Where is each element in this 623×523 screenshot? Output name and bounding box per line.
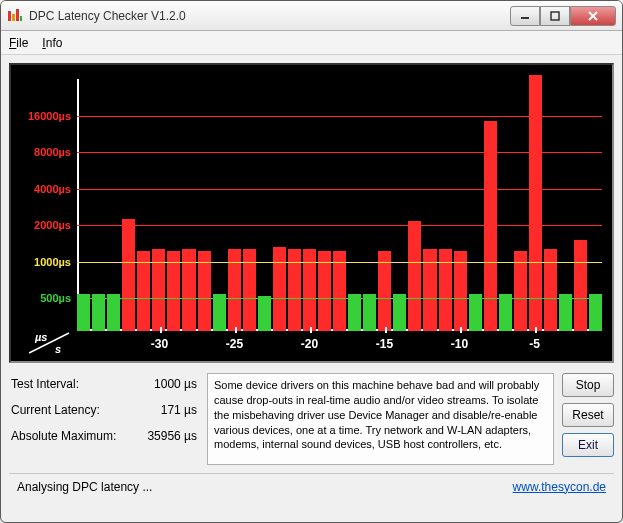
latency-bar: [363, 294, 376, 331]
stat-interval: Test Interval: 1000 µs: [11, 377, 197, 391]
latency-bar: [122, 219, 135, 331]
vendor-link[interactable]: www.thesycon.de: [513, 480, 606, 494]
latency-bar: [92, 294, 105, 331]
x-tick-label: -30: [151, 337, 168, 351]
latency-bar: [348, 294, 361, 331]
stat-interval-value: 1000 µs: [121, 377, 197, 391]
stat-max-value: 35956 µs: [121, 429, 197, 443]
x-tick-label: -15: [376, 337, 393, 351]
latency-bar: [499, 294, 512, 331]
gridline: [77, 225, 602, 226]
chart-plot-area: [77, 79, 602, 331]
latency-bar: [393, 294, 406, 331]
latency-bar: [408, 221, 421, 331]
stats-panel: Test Interval: 1000 µs Current Latency: …: [9, 373, 199, 465]
menubar: File Info: [1, 31, 622, 55]
x-tick-container: -30-25-20-15-10-5: [77, 333, 602, 357]
maximize-button[interactable]: [540, 6, 570, 26]
x-tick-mark: [385, 327, 387, 333]
latency-bar: [529, 75, 542, 331]
reset-button[interactable]: Reset: [562, 403, 614, 427]
stop-button[interactable]: Stop: [562, 373, 614, 397]
gridline: [77, 189, 602, 190]
svg-rect-1: [12, 14, 15, 21]
y-tick-label: 2000µs: [34, 219, 71, 231]
lower-panel: Test Interval: 1000 µs Current Latency: …: [9, 373, 614, 465]
svg-rect-3: [20, 16, 22, 21]
stat-current-label: Current Latency:: [11, 403, 121, 417]
x-tick-mark: [535, 327, 537, 333]
gridline: [77, 262, 602, 263]
latency-bar: [107, 294, 120, 331]
y-tick-label: 500µs: [40, 292, 71, 304]
button-column: Stop Reset Exit: [562, 373, 614, 465]
window-buttons: [510, 6, 616, 26]
stat-current-value: 171 µs: [121, 403, 197, 417]
latency-bar: [559, 294, 572, 331]
stat-max-label: Absolute Maximum:: [11, 429, 121, 443]
x-tick-mark: [160, 327, 162, 333]
gridline: [77, 152, 602, 153]
stat-current: Current Latency: 171 µs: [11, 403, 197, 417]
latency-bar: [273, 247, 286, 331]
latency-bar: [574, 240, 587, 331]
y-tick-label: 1000µs: [34, 256, 71, 268]
exit-button[interactable]: Exit: [562, 433, 614, 457]
svg-rect-5: [551, 12, 559, 20]
app-window: DPC Latency Checker V1.2.0 File Info -30…: [0, 0, 623, 523]
gridline: [77, 298, 602, 299]
svg-text:s: s: [55, 343, 61, 355]
message-box: Some device drivers on this machine beha…: [207, 373, 554, 465]
axis-unit-corner: µs s: [25, 329, 73, 357]
latency-bar: [589, 294, 602, 331]
latency-bar: [213, 294, 226, 331]
y-tick-label: 8000µs: [34, 146, 71, 158]
x-tick-label: -25: [226, 337, 243, 351]
stat-interval-label: Test Interval:: [11, 377, 121, 391]
svg-rect-0: [8, 11, 11, 21]
stat-max: Absolute Maximum: 35956 µs: [11, 429, 197, 443]
window-title: DPC Latency Checker V1.2.0: [29, 9, 510, 23]
x-tick-label: -20: [301, 337, 318, 351]
x-tick-label: -5: [529, 337, 540, 351]
x-tick-mark: [235, 327, 237, 333]
titlebar[interactable]: DPC Latency Checker V1.2.0: [1, 1, 622, 31]
gridline: [77, 116, 602, 117]
statusbar: Analysing DPC latency ... www.thesycon.d…: [9, 473, 614, 499]
close-icon: [587, 10, 599, 22]
y-tick-label: 16000µs: [28, 110, 71, 122]
latency-bar: [77, 294, 90, 331]
minimize-button[interactable]: [510, 6, 540, 26]
latency-bar: [258, 296, 271, 331]
minimize-icon: [520, 11, 530, 21]
svg-rect-2: [16, 9, 19, 21]
status-text: Analysing DPC latency ...: [17, 480, 513, 494]
latency-chart: -30-25-20-15-10-5 µs s 500µs1000µs2000µs…: [9, 63, 614, 363]
latency-bar: [469, 294, 482, 331]
menu-info[interactable]: Info: [42, 36, 62, 50]
x-tick-mark: [310, 327, 312, 333]
menu-file[interactable]: File: [9, 36, 28, 50]
client-area: -30-25-20-15-10-5 µs s 500µs1000µs2000µs…: [1, 55, 622, 507]
x-tick-label: -10: [451, 337, 468, 351]
maximize-icon: [550, 11, 560, 21]
y-tick-label: 4000µs: [34, 183, 71, 195]
close-button[interactable]: [570, 6, 616, 26]
app-icon: [7, 8, 23, 24]
svg-text:µs: µs: [34, 331, 47, 343]
x-tick-mark: [460, 327, 462, 333]
